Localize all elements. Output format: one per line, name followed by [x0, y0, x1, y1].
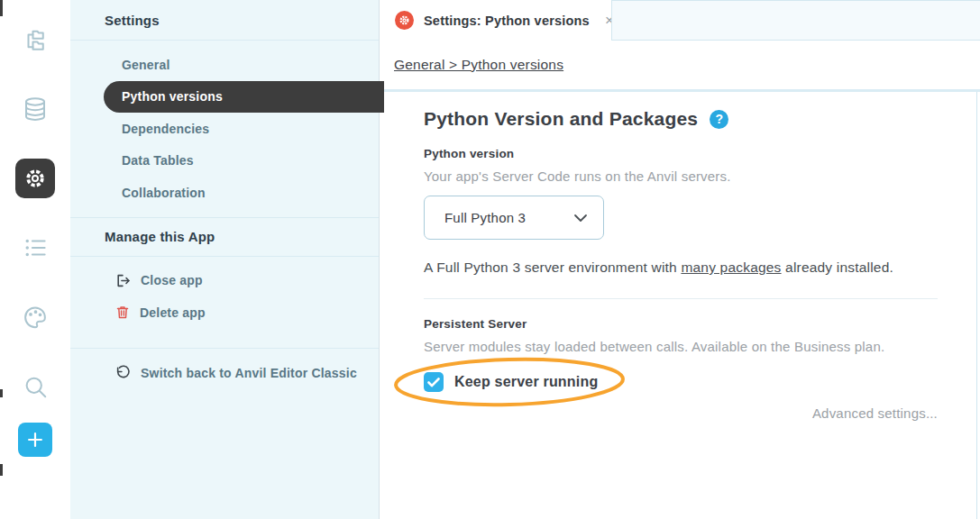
palette-icon[interactable]	[0, 282, 70, 351]
note-text: already installed.	[782, 260, 893, 275]
help-icon[interactable]: ?	[710, 110, 728, 129]
switch-classic-button[interactable]: Switch back to Anvil Editor Classic	[70, 348, 379, 380]
python-version-label: Python version	[424, 147, 938, 160]
python-version-description: Your app's Server Code runs on the Anvil…	[424, 168, 938, 184]
delete-app-button[interactable]: Delete app	[70, 296, 379, 329]
sidebar-item-label: General	[122, 58, 170, 72]
database-icon[interactable]	[0, 74, 70, 143]
sidebar-item-label: Collaboration	[122, 186, 206, 200]
sidebar-title: Settings	[70, 0, 379, 41]
tab-bar: Settings: Python versions ×	[380, 0, 980, 41]
keep-server-running-label: Keep server running	[454, 374, 598, 390]
persistent-server-label: Persistent Server	[424, 317, 938, 331]
window-edge-mark	[0, 389, 3, 397]
sidebar-nav: General Python versions Dependencies Dat…	[70, 41, 379, 209]
sidebar-item-general[interactable]: General	[70, 49, 379, 81]
active-gear-background	[15, 159, 55, 198]
breadcrumb[interactable]: General > Python versions	[394, 57, 563, 73]
close-app-button[interactable]: Close app	[70, 265, 379, 297]
sidebar-item-label: Data Tables	[122, 153, 194, 168]
keep-server-running-checkbox[interactable]	[424, 372, 444, 392]
tab-settings-python-versions[interactable]: Settings: Python versions ×	[386, 0, 611, 41]
forms-icon[interactable]	[0, 5, 70, 74]
main-panel: Settings: Python versions × General > Py…	[380, 0, 980, 519]
switch-classic-label: Switch back to Anvil Editor Classic	[141, 366, 357, 380]
chevron-down-icon	[573, 214, 588, 223]
search-icon[interactable]	[0, 351, 70, 421]
icon-rail	[0, 0, 70, 519]
python-version-selected-value: Full Python 3	[444, 210, 526, 225]
keep-server-running-row: Keep server running	[424, 366, 598, 398]
content-right-border	[976, 92, 977, 519]
window-edge-mark	[0, 0, 3, 16]
manage-app-actions: Close app Delete app	[70, 257, 379, 329]
manage-app-title: Manage this App	[70, 218, 379, 257]
sidebar-item-collaboration[interactable]: Collaboration	[70, 177, 379, 209]
sidebar-item-data-tables[interactable]: Data Tables	[70, 145, 379, 178]
page-title: Python Version and Packages	[424, 108, 698, 130]
sidebar-item-label: Python versions	[122, 89, 223, 104]
sidebar-item-label: Dependencies	[122, 122, 209, 136]
plus-icon[interactable]	[18, 423, 52, 457]
gear-icon[interactable]	[0, 143, 70, 213]
note-text: A Full Python 3 server environment with	[424, 260, 681, 275]
checkmark-icon	[427, 378, 440, 387]
exit-icon	[115, 273, 131, 288]
breadcrumb-row: General > Python versions	[380, 41, 980, 89]
persistent-server-description: Server modules stay loaded between calls…	[424, 339, 938, 354]
advanced-settings-link[interactable]: Advanced settings...	[424, 405, 938, 421]
section-divider	[424, 298, 938, 299]
settings-content: Python Version and Packages ? Python ver…	[380, 92, 980, 519]
python-version-select[interactable]: Full Python 3	[424, 196, 604, 240]
settings-sidebar: Settings General Python versions Depende…	[70, 0, 380, 519]
tab-gear-icon	[395, 11, 414, 30]
sidebar-item-dependencies[interactable]: Dependencies	[70, 113, 379, 145]
trash-icon	[115, 305, 130, 320]
delete-app-label: Delete app	[140, 305, 206, 320]
tab-strip-background	[611, 0, 980, 41]
list-icon[interactable]	[0, 213, 70, 282]
rotate-ccw-icon	[115, 365, 131, 380]
window-edge-mark	[0, 464, 3, 476]
tab-title: Settings: Python versions	[424, 14, 590, 28]
sidebar-item-python-versions[interactable]: Python versions	[104, 81, 384, 114]
environment-note: A Full Python 3 server environment with …	[424, 260, 938, 276]
many-packages-link[interactable]: many packages	[681, 260, 781, 275]
close-app-label: Close app	[141, 273, 203, 287]
